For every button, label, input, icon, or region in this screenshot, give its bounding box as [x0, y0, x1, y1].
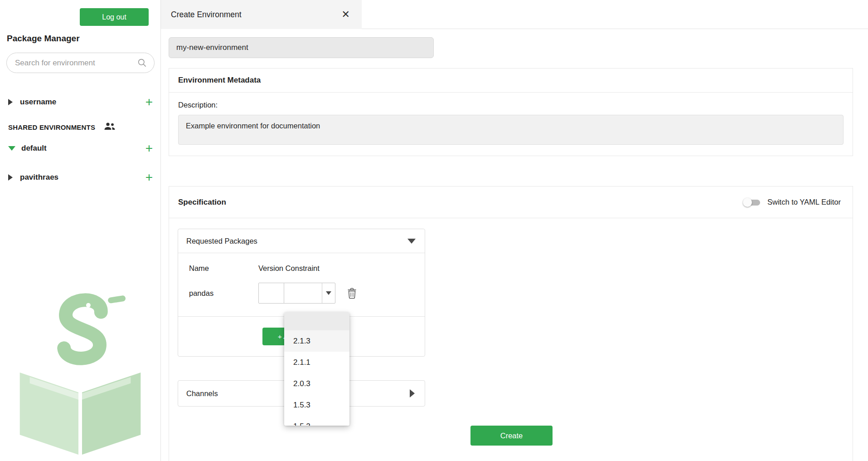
tree-item-label: username: [20, 98, 145, 107]
column-name: Name: [189, 264, 258, 273]
search-input[interactable]: [14, 58, 137, 68]
toggle-knob: [743, 198, 752, 207]
tab-create-environment[interactable]: Create Environment ✕: [161, 0, 362, 29]
environment-metadata-section: Environment Metadata Description: Exampl…: [169, 68, 853, 156]
requested-packages-title: Requested Packages: [186, 237, 257, 245]
metadata-section-title: Environment Metadata: [169, 69, 853, 93]
version-option[interactable]: 2.1.3: [284, 330, 349, 352]
select-chevron-area[interactable]: [322, 283, 335, 303]
version-constraint-operator-input[interactable]: [258, 283, 284, 304]
delete-package-button[interactable]: [347, 288, 357, 299]
channels-title: Channels: [186, 389, 218, 398]
version-select[interactable]: [284, 283, 335, 304]
package-row-pandas: pandas: [178, 273, 425, 316]
expand-right-icon[interactable]: [8, 99, 13, 105]
search-icon: [137, 58, 147, 68]
version-option[interactable]: 2.0.3: [284, 373, 349, 394]
add-environment-button[interactable]: +: [145, 98, 153, 107]
tree-item-label: pavithraes: [20, 173, 145, 182]
yaml-editor-toggle[interactable]: [743, 198, 761, 207]
sidebar: Log out Package Manager username + SHARE…: [0, 0, 161, 461]
create-button[interactable]: Create: [470, 426, 553, 446]
app-title: Package Manager: [7, 34, 80, 44]
chevron-down-icon[interactable]: [407, 239, 416, 244]
logout-button[interactable]: Log out: [80, 8, 149, 26]
specification-title: Specification: [178, 198, 226, 207]
environment-search[interactable]: [6, 53, 155, 73]
version-option[interactable]: [284, 312, 349, 330]
close-icon[interactable]: ✕: [342, 10, 350, 20]
tab-title: Create Environment: [171, 10, 242, 20]
add-environment-button[interactable]: +: [145, 144, 153, 153]
tab-bar: Create Environment ✕: [161, 0, 868, 29]
shared-environments-header: SHARED ENVIRONMENTS: [0, 118, 161, 136]
shared-environments-label: SHARED ENVIRONMENTS: [8, 123, 95, 131]
add-environment-button[interactable]: +: [145, 173, 153, 182]
version-option[interactable]: 1.5.2: [284, 416, 349, 426]
specification-header: Specification Switch to YAML Editor: [169, 186, 853, 218]
requested-packages-header[interactable]: Requested Packages: [178, 229, 425, 253]
description-field[interactable]: Example environment for documentation: [178, 115, 844, 145]
version-select-value: [284, 283, 322, 303]
tree-item-default[interactable]: default +: [0, 139, 161, 157]
tree-item-username[interactable]: username +: [0, 93, 161, 111]
version-option[interactable]: 1.5.3: [284, 394, 349, 416]
packages-table-header: Name Version Constraint: [178, 253, 425, 273]
conda-store-logo: [12, 284, 149, 456]
description-label: Description:: [178, 101, 853, 109]
chevron-down-icon: [326, 291, 331, 295]
people-icon: [103, 122, 116, 132]
yaml-toggle-label: Switch to YAML Editor: [767, 198, 841, 206]
tree-item-label: default: [21, 144, 145, 153]
tree-item-pavithraes[interactable]: pavithraes +: [0, 168, 161, 186]
trash-icon: [347, 288, 357, 299]
environment-name-input[interactable]: [169, 37, 434, 58]
version-option[interactable]: 2.1.1: [284, 352, 349, 373]
package-name: pandas: [189, 289, 258, 298]
yaml-editor-switch: Switch to YAML Editor: [743, 198, 841, 207]
expand-down-icon[interactable]: [8, 146, 15, 151]
version-dropdown: 2.1.3 2.1.1 2.0.3 1.5.3 1.5.2: [284, 312, 349, 426]
chevron-right-icon[interactable]: [410, 389, 415, 397]
column-version-constraint: Version Constraint: [258, 264, 320, 273]
expand-right-icon[interactable]: [8, 174, 13, 181]
